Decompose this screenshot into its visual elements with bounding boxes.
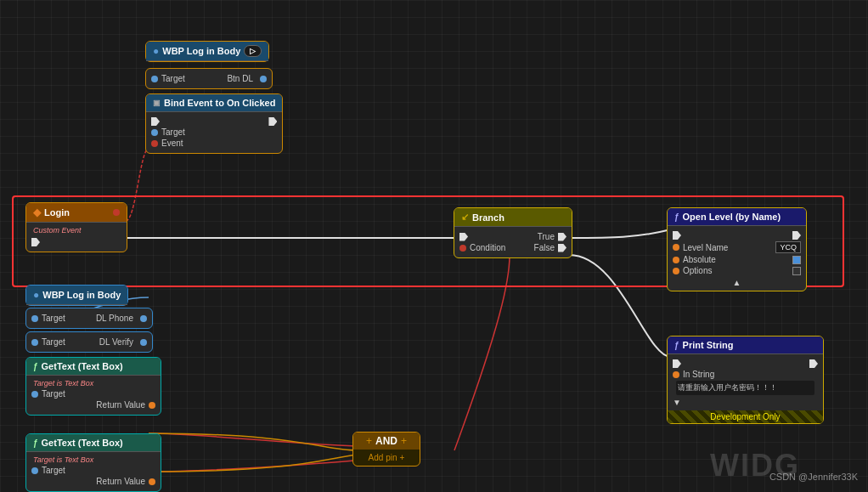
print-instring-pin bbox=[673, 371, 679, 378]
branch-false-label: False bbox=[534, 243, 555, 252]
open-level-absolute-checkbox[interactable] bbox=[792, 256, 801, 264]
bind-event-icon: ▣ bbox=[153, 99, 161, 107]
gettext1-target-pin bbox=[31, 391, 38, 398]
branch-title: Branch bbox=[472, 212, 504, 223]
open-level-exec-in bbox=[673, 231, 681, 240]
gettext1-title: GetText (Text Box) bbox=[42, 361, 123, 371]
open-level-header: ƒ Open Level (by Name) bbox=[668, 208, 806, 226]
wbp-icon: ● bbox=[153, 45, 159, 57]
gettext2-icon: ƒ bbox=[33, 438, 38, 448]
and-title: AND bbox=[375, 435, 397, 447]
login-event-node: ◆ Login Custom Event bbox=[25, 202, 127, 252]
open-level-title: Open Level (by Name) bbox=[683, 212, 781, 222]
bind-target-label: Target bbox=[161, 127, 185, 137]
login-event-header: ◆ Login bbox=[26, 203, 127, 223]
btnDL-label: Btn DL bbox=[227, 74, 253, 83]
wbp-login-top-title: WBP Log in Body bbox=[162, 46, 240, 56]
print-exec-row bbox=[673, 359, 818, 368]
open-level-body: Level Name YCQ Absolute Options ▲ bbox=[668, 226, 806, 291]
gettext1-target-row: Target bbox=[31, 389, 155, 399]
open-level-name-row: Level Name YCQ bbox=[673, 241, 801, 253]
target-pin-right bbox=[260, 76, 267, 82]
gettext1-return-pin bbox=[149, 402, 155, 409]
gettext2-return-label: Return Value bbox=[96, 477, 145, 486]
bind-event-exec-row bbox=[151, 117, 277, 126]
and-add-pin-row[interactable]: Add pin + bbox=[358, 453, 414, 462]
wbp-login-top-node: ● WBP Log in Body ▷ bbox=[145, 41, 269, 62]
open-level-name-label: Level Name bbox=[683, 243, 728, 252]
branch-false-out bbox=[558, 244, 566, 252]
bind-event-label: Event bbox=[161, 139, 183, 148]
target-dl-verify-node: Target DL Verify bbox=[25, 331, 153, 353]
open-level-options-checkbox[interactable] bbox=[792, 267, 801, 275]
branch-exec-row: True bbox=[459, 232, 566, 241]
gettext2-return-row: Return Value bbox=[31, 477, 155, 486]
open-level-absolute-row: Absolute bbox=[673, 255, 801, 264]
login-exec-out bbox=[31, 238, 40, 246]
branch-condition-label: Condition bbox=[470, 243, 505, 252]
login-diamond-icon: ◆ bbox=[33, 206, 41, 218]
bind-event-node: ▣ Bind Event to On Clicked Target Event bbox=[145, 93, 283, 154]
wbp-login-top-pill: ▷ bbox=[244, 45, 262, 57]
print-icon: ƒ bbox=[674, 341, 679, 350]
target-dl-verify-pin-right bbox=[140, 339, 147, 346]
print-exec-in bbox=[673, 359, 681, 368]
bind-event-pin bbox=[151, 140, 158, 147]
target-dl-verify-row: Target DL Verify bbox=[31, 337, 147, 347]
bind-event-title: Bind Event to On Clicked bbox=[164, 98, 275, 108]
print-instring-value: 请重新输入用户名密码！！！ bbox=[676, 381, 814, 395]
target-dl-phone-pin-left bbox=[31, 315, 38, 322]
branch-header: ↙ Branch bbox=[454, 208, 572, 227]
print-expand: ▼ bbox=[673, 398, 818, 407]
target-dl-phone-pin-right bbox=[140, 315, 147, 322]
gettext1-body: Target is Text Box Target Return Value bbox=[26, 376, 161, 415]
open-level-icon: ƒ bbox=[674, 212, 679, 222]
bind-target-pin bbox=[151, 129, 158, 136]
open-level-options-row: Options bbox=[673, 266, 801, 275]
and-body: Add pin + bbox=[353, 450, 420, 466]
open-level-expand: ▲ bbox=[673, 278, 801, 287]
and-plus-left: + bbox=[366, 435, 372, 447]
target-label: Target bbox=[161, 74, 185, 83]
gettext1-node: ƒ GetText (Text Box) Target is Text Box … bbox=[25, 357, 161, 416]
gettext2-target-row: Target bbox=[31, 466, 155, 475]
bind-event-body: Target Event bbox=[146, 112, 282, 153]
target-dl-phone-target: Target bbox=[42, 314, 65, 323]
gettext1-icon: ƒ bbox=[33, 362, 38, 371]
gettext2-target-pin bbox=[31, 467, 38, 474]
target-dl-verify-pin-left bbox=[31, 339, 38, 346]
gettext1-return-row: Return Value bbox=[31, 400, 155, 410]
wbp-mid-icon: ● bbox=[33, 289, 39, 301]
gettext1-target-label: Target bbox=[42, 389, 65, 399]
wbp-login-mid-node: ● WBP Log in Body bbox=[25, 285, 128, 306]
target-btnDL-body: Target Btn DL bbox=[146, 69, 272, 88]
print-instring-row: In String bbox=[673, 370, 818, 379]
open-level-options-pin bbox=[673, 268, 679, 274]
print-string-body: In String 请重新输入用户名密码！！！ ▼ bbox=[668, 354, 823, 410]
and-add-pin-icon: + bbox=[400, 453, 405, 462]
print-string-node: ƒ Print String In String 请重新输入用户名密码！！！ ▼… bbox=[667, 336, 824, 424]
gettext2-target-label: Target bbox=[42, 466, 65, 475]
gettext1-header: ƒ GetText (Text Box) bbox=[26, 358, 161, 376]
open-level-options-label: Options bbox=[683, 266, 712, 275]
print-title: Print String bbox=[683, 340, 734, 350]
and-plus-right: + bbox=[401, 435, 407, 447]
bind-exec-in bbox=[151, 117, 160, 126]
branch-body: True Condition False bbox=[454, 227, 572, 257]
gettext1-subtitle: Target is Text Box bbox=[33, 379, 155, 387]
login-event-title: Login bbox=[44, 207, 70, 218]
target-btnDL-row: Target Btn DL bbox=[151, 74, 267, 83]
login-red-pin bbox=[113, 209, 120, 216]
open-level-name-pin bbox=[673, 244, 679, 251]
gettext2-node: ƒ GetText (Text Box) Target is Text Box … bbox=[25, 433, 161, 492]
branch-icon: ↙ bbox=[461, 212, 469, 223]
target-dl-phone-row: Target DL Phone bbox=[31, 314, 147, 323]
branch-true-label: True bbox=[538, 232, 555, 241]
open-level-name-value: YCQ bbox=[775, 241, 801, 253]
print-exec-out bbox=[809, 359, 818, 368]
branch-node: ↙ Branch True Condition False bbox=[454, 207, 572, 258]
and-add-pin-label: Add pin bbox=[369, 453, 397, 462]
branch-exec-in bbox=[459, 233, 468, 241]
gettext1-return-label: Return Value bbox=[96, 400, 145, 410]
csdn-label: CSDN @Jennifer33K bbox=[769, 472, 858, 482]
